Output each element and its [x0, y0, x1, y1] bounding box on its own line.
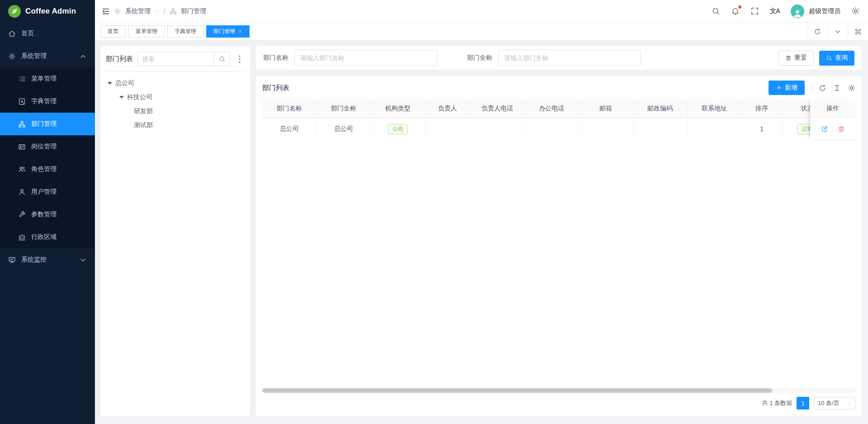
operation-cell — [810, 118, 855, 140]
page-size-select[interactable]: 10 条/页 — [814, 397, 855, 410]
row-height-icon[interactable] — [833, 84, 841, 92]
tab-label: 菜单管理 — [136, 28, 157, 35]
tree-search-input[interactable] — [137, 52, 214, 66]
tab-home[interactable]: 首页 — [100, 25, 126, 38]
user-icon — [18, 188, 26, 196]
tab-dict-management[interactable]: 字典管理 — [167, 25, 203, 38]
dept-fullname-input[interactable] — [498, 50, 641, 66]
refresh-icon[interactable] — [807, 23, 827, 40]
translate-icon[interactable]: 文A — [770, 7, 780, 15]
sidebar-item-home[interactable]: 首页 — [0, 22, 95, 45]
sidebar-item-post-management[interactable]: 岗位管理 — [0, 135, 95, 158]
topbar-actions: 文A 超级管理员 — [712, 5, 860, 18]
tree-node-head-office[interactable]: 总公司 — [106, 76, 245, 90]
roles-icon — [18, 166, 26, 173]
search-button[interactable]: 查询 — [819, 51, 854, 66]
sidebar-item-system-monitor[interactable]: 系统监控 — [0, 248, 95, 271]
sidebar-item-label: 系统监控 — [21, 256, 74, 264]
plus-icon — [776, 85, 782, 91]
caret-down-icon[interactable] — [108, 82, 112, 85]
reset-button[interactable]: 重置 — [778, 51, 814, 66]
settings-gear-icon[interactable] — [851, 7, 860, 15]
table-card-title: 部门列表 — [262, 84, 289, 92]
col-leader-phone[interactable]: 负责人电话 — [470, 100, 524, 118]
table-card-header: 部门列表 新增 — [262, 76, 855, 100]
idcard-icon — [18, 143, 26, 151]
col-org-type[interactable]: 机构类型 — [371, 100, 425, 118]
dept-name-input[interactable] — [294, 50, 437, 66]
col-sort[interactable]: 排序 — [741, 100, 782, 118]
col-dept-fullname[interactable]: 部门全称 — [316, 100, 371, 118]
sidebar-item-label: 岗位管理 — [31, 143, 87, 151]
search-icon[interactable] — [712, 7, 720, 15]
operation-divider — [833, 126, 833, 132]
column-settings-gear-icon[interactable] — [848, 84, 855, 92]
tree-node-label: 总公司 — [115, 79, 134, 87]
horizontal-scrollbar — [262, 388, 855, 393]
add-button[interactable]: 新增 — [769, 81, 805, 95]
tab-label: 首页 — [108, 28, 118, 35]
page-button-1[interactable]: 1 — [797, 397, 809, 410]
search-icon — [826, 55, 832, 61]
tab-controls — [807, 23, 868, 40]
scrollbar-thumb[interactable] — [262, 388, 772, 393]
gear-icon — [8, 52, 16, 60]
dept-fullname-label: 部门全称 — [467, 54, 492, 62]
tab-close-icon[interactable] — [238, 29, 242, 33]
sidebar-item-label: 首页 — [21, 29, 87, 38]
tree-node-rd-dept[interactable]: 研发部 — [106, 104, 245, 118]
more-vertical-icon[interactable]: ⋮ — [235, 55, 245, 63]
delete-icon[interactable] — [838, 125, 845, 133]
page-size-value: 10 条/页 — [818, 399, 844, 407]
table-empty-space — [262, 140, 855, 388]
sidebar-item-admin-region[interactable]: 行政区域 — [0, 226, 95, 248]
edit-icon[interactable] — [821, 125, 828, 133]
chevron-down-icon[interactable] — [827, 23, 848, 40]
dept-table: 部门名称 部门全称 机构类型 负责人 负责人电话 办公电话 邮箱 邮政编码 联系… — [262, 100, 832, 140]
tree-node-tech-company[interactable]: 科技公司 — [106, 90, 245, 104]
col-leader[interactable]: 负责人 — [425, 100, 470, 118]
toolbar-divider — [811, 85, 812, 91]
user-name[interactable]: 超级管理员 — [809, 7, 840, 15]
table-row[interactable]: 总公司 总公司 公司 1 正 — [262, 118, 832, 140]
tab-menu-management[interactable]: 菜单管理 — [128, 25, 165, 38]
col-postcode[interactable]: 邮政编码 — [633, 100, 687, 118]
sidebar-item-role-management[interactable]: 角色管理 — [0, 158, 95, 181]
cell-org-type: 公司 — [371, 118, 425, 140]
refresh-icon[interactable] — [819, 84, 826, 92]
sidebar-item-system-management[interactable]: 系统管理 — [0, 45, 95, 67]
breadcrumb-item-system[interactable]: 系统管理 — [125, 7, 151, 15]
search-button-label: 查询 — [835, 54, 848, 62]
sidebar-item-label: 用户管理 — [31, 188, 87, 196]
tree-node-test-dept[interactable]: 测试部 — [106, 118, 245, 132]
bell-icon[interactable] — [731, 7, 740, 15]
col-address[interactable]: 联系地址 — [687, 100, 741, 118]
col-dept-name[interactable]: 部门名称 — [262, 100, 316, 118]
sidebar-item-param-management[interactable]: 参数管理 — [0, 203, 95, 226]
col-office-phone[interactable]: 办公电话 — [524, 100, 579, 118]
breadcrumb-separator: / — [164, 8, 165, 15]
sidebar-item-user-management[interactable]: 用户管理 — [0, 181, 95, 203]
table-toolbar: 新增 — [769, 81, 855, 95]
maximize-icon[interactable] — [848, 23, 868, 40]
sidebar-item-menu-management[interactable]: 菜单管理 — [0, 67, 95, 90]
sidebar-item-dept-management[interactable]: 部门管理 — [0, 113, 95, 135]
logo-leaf-icon — [8, 5, 21, 18]
fullscreen-icon[interactable] — [750, 7, 759, 15]
menu-fold-icon[interactable] — [101, 7, 110, 16]
tree-search-button[interactable] — [214, 52, 230, 66]
tree-node-label: 科技公司 — [127, 93, 152, 101]
operation-fixed-column: 操作 — [810, 100, 855, 140]
gear-icon — [114, 8, 121, 15]
avatar[interactable] — [791, 5, 804, 18]
reset-button-label: 重置 — [794, 54, 807, 62]
cell-email — [579, 118, 633, 140]
sidebar-item-dict-management[interactable]: 字典管理 — [0, 90, 95, 113]
caret-down-icon[interactable] — [119, 96, 124, 99]
tab-dept-management[interactable]: 部门管理 — [206, 25, 250, 38]
app-logo[interactable]: Coffee Admin — [0, 0, 95, 22]
table-scroll-area: 部门名称 部门全称 机构类型 负责人 负责人电话 办公电话 邮箱 邮政编码 联系… — [262, 100, 855, 140]
col-email[interactable]: 邮箱 — [579, 100, 633, 118]
tabbar: 首页 菜单管理 字典管理 部门管理 — [95, 22, 868, 41]
pagination: 共 1 条数据 1 10 条/页 — [262, 393, 855, 414]
